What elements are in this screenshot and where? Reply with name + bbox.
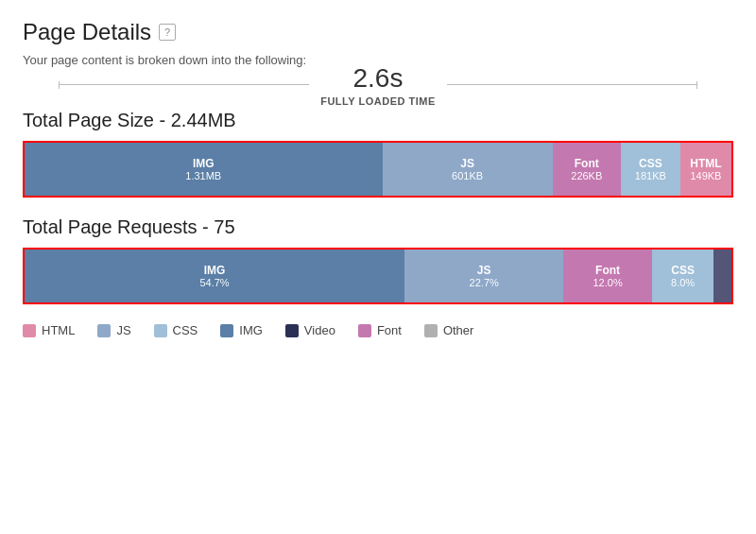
legend-item-img: IMG (220, 323, 263, 337)
legend-dot (220, 324, 233, 337)
legend: HTMLJSCSSIMGVideoFontOther (23, 323, 733, 337)
page-requests-bar: IMG54.7%JS22.7%Font12.0%CSS8.0% (23, 248, 733, 304)
page-size-bar: IMG1.31MBJS601KBFont226KBCSS181KBHTML149… (23, 141, 733, 198)
bar-segment-css: CSS181KB (621, 143, 680, 196)
bar-segment-img: IMG1.31MB (25, 143, 383, 196)
timer-label: Fully Loaded Time (320, 95, 436, 107)
bar-segment-req- (713, 250, 731, 302)
legend-item-html: HTML (23, 323, 75, 337)
bar-segment-js: JS601KB (383, 143, 553, 196)
legend-dot (154, 324, 167, 337)
legend-item-video: Video (285, 323, 335, 337)
timer-value: 2.6s (353, 63, 404, 94)
legend-item-css: CSS (154, 323, 198, 337)
page-requests-section: Total Page Requests - 75 IMG54.7%JS22.7%… (23, 216, 733, 304)
page-title-row: Page Details ? (23, 19, 733, 45)
legend-label: IMG (239, 323, 263, 337)
legend-label: CSS (173, 323, 198, 337)
bar-segment-html: HTML149KB (680, 143, 731, 196)
page-requests-title: Total Page Requests - 75 (23, 216, 733, 238)
page-size-title: Total Page Size - 2.44MB (23, 110, 733, 131)
bar-segment-req-css: CSS8.0% (652, 250, 713, 302)
legend-dot (97, 324, 111, 337)
legend-item-font: Font (358, 323, 402, 337)
legend-label: Video (304, 323, 335, 337)
legend-item-js: JS (97, 323, 130, 337)
legend-dot (23, 324, 36, 337)
timer-section: 2.6s Fully Loaded Time (23, 84, 733, 91)
legend-label: Other (443, 323, 474, 337)
bar-segment-req-font: Font12.0% (563, 250, 652, 302)
page-size-section: Total Page Size - 2.44MB IMG1.31MBJS601K… (23, 110, 733, 198)
help-icon[interactable]: ? (159, 24, 176, 41)
timer-track: 2.6s Fully Loaded Time (59, 84, 698, 85)
timer-inner: 2.6s Fully Loaded Time (309, 63, 447, 107)
legend-dot (358, 324, 371, 337)
bar-segment-font: Font226KB (553, 143, 621, 196)
legend-label: JS (116, 323, 130, 337)
bar-segment-req-img: IMG54.7% (25, 250, 404, 302)
legend-label: Font (377, 323, 402, 337)
page-title: Page Details (23, 19, 151, 45)
legend-label: HTML (42, 323, 75, 337)
legend-dot (424, 324, 438, 337)
legend-dot (285, 324, 299, 337)
legend-item-other: Other (424, 323, 474, 337)
bar-segment-req-js: JS22.7% (404, 250, 563, 302)
